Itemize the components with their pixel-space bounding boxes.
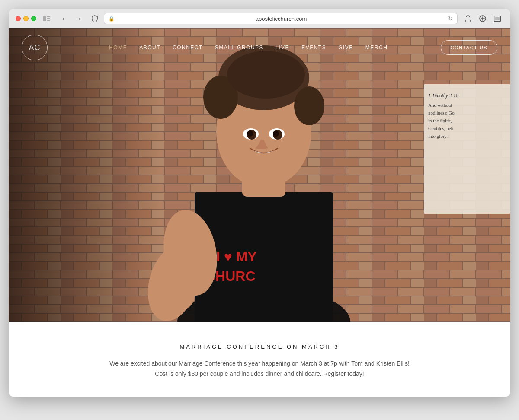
nav-item-live[interactable]: LIVE: [276, 45, 289, 51]
nav-item-small-groups[interactable]: SMALL GROUPS: [215, 45, 263, 51]
browser-window: ‹ › 🔒 apostolicchurch.com ↻: [9, 9, 510, 397]
new-tab-icon[interactable]: [477, 14, 489, 23]
svg-rect-2: [47, 18, 50, 19]
svg-rect-0: [43, 16, 46, 21]
hero-section: 1 Timothy 3:16 And without godliness: Go…: [9, 28, 510, 322]
svg-rect-14: [9, 28, 160, 322]
svg-text:godliness: Go: godliness: Go: [428, 110, 455, 115]
shield-privacy-icon[interactable]: [90, 14, 99, 23]
url-text: apostolicchurch.com: [117, 16, 445, 22]
browser-actions: [462, 14, 503, 23]
forward-button[interactable]: ›: [74, 14, 86, 23]
traffic-lights: [16, 16, 36, 21]
svg-text:Gentiles, beli: Gentiles, beli: [428, 126, 454, 131]
nav-item-connect[interactable]: CONNECT: [173, 45, 203, 51]
info-title: MARRIAGE CONFERENCE ON MARCH 3: [26, 344, 493, 350]
back-button[interactable]: ‹: [57, 14, 69, 23]
info-description: We are excited about our Marriage Confer…: [108, 359, 411, 379]
sidebar-toggle-icon[interactable]: [41, 14, 53, 23]
info-description-line1: We are excited about our Marriage Confer…: [108, 359, 411, 369]
nav-item-events[interactable]: EVENTS: [301, 45, 326, 51]
site-logo[interactable]: AC: [22, 35, 48, 60]
svg-text:in the Spirit,: in the Spirit,: [428, 118, 452, 123]
svg-point-38: [247, 130, 253, 137]
nav-menu: HOME ABOUT CONNECT SMALL GROUPS LIVE EVE…: [56, 45, 441, 51]
svg-point-32: [294, 86, 324, 125]
browser-chrome: ‹ › 🔒 apostolicchurch.com ↻: [9, 9, 510, 28]
svg-text:I ♥ MY: I ♥ MY: [216, 249, 257, 264]
maximize-button[interactable]: [31, 16, 36, 21]
address-bar[interactable]: 🔒 apostolicchurch.com ↻: [104, 13, 458, 24]
navbar: AC HOME ABOUT CONNECT SMALL GROUPS LIVE …: [9, 28, 510, 67]
svg-rect-6: [495, 17, 500, 20]
minimize-button[interactable]: [23, 16, 29, 21]
contact-us-button[interactable]: CONTACT US: [441, 40, 498, 55]
website-content: 1 Timothy 3:16 And without godliness: Go…: [9, 28, 510, 397]
lock-icon: 🔒: [109, 16, 115, 22]
svg-text:into glory.: into glory.: [428, 134, 448, 139]
nav-item-about[interactable]: ABOUT: [139, 45, 160, 51]
hero-background: 1 Timothy 3:16 And without godliness: Go…: [9, 28, 510, 322]
close-button[interactable]: [16, 16, 21, 21]
svg-point-39: [273, 130, 279, 137]
svg-text:And without: And without: [428, 102, 452, 108]
info-section: MARRIAGE CONFERENCE ON MARCH 3 We are ex…: [9, 322, 510, 397]
svg-text:1 Timothy 3:16: 1 Timothy 3:16: [428, 93, 458, 99]
nav-item-merch[interactable]: MERCH: [365, 45, 388, 51]
share-icon[interactable]: [462, 14, 474, 23]
nav-item-home[interactable]: HOME: [109, 45, 127, 51]
info-description-line2: Cost is only $30 per couple and includes…: [108, 369, 411, 379]
svg-rect-1: [47, 16, 50, 17]
tab-overview-icon[interactable]: [491, 14, 503, 23]
nav-item-give[interactable]: GIVE: [338, 45, 353, 51]
refresh-icon[interactable]: ↻: [448, 15, 453, 22]
svg-rect-3: [47, 20, 50, 21]
